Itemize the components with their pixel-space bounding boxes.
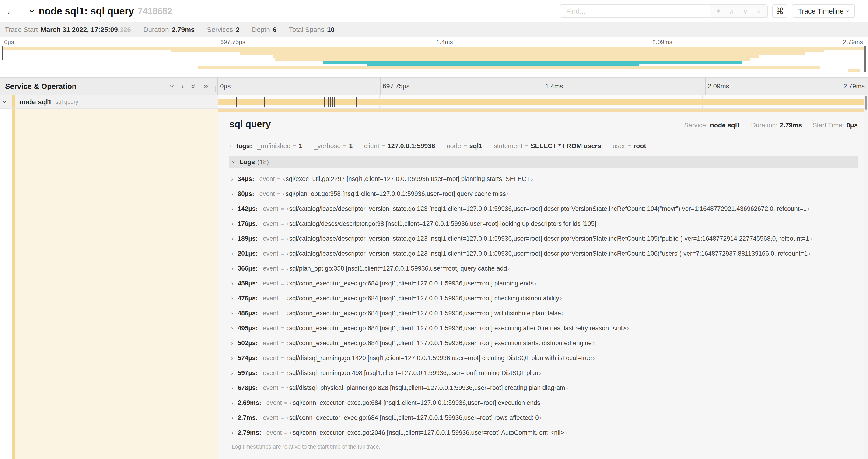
log-marker[interactable] <box>863 97 863 107</box>
log-marker[interactable] <box>226 97 226 107</box>
log-marker[interactable] <box>259 97 259 107</box>
log-entry[interactable]: ›2.7ms:event=‹sql/conn_executor_exec.go:… <box>229 410 858 425</box>
log-marker[interactable] <box>333 97 333 107</box>
log-marker[interactable] <box>324 97 324 107</box>
tag-item[interactable]: client=127.0.0.1:59936 <box>364 142 435 150</box>
log-entry[interactable]: ›495μs:event=‹sql/conn_executor_exec.go:… <box>229 321 858 336</box>
back-button[interactable]: ← <box>0 0 22 22</box>
log-entry[interactable]: ›678μs:event=‹sql/distsql_physical_plann… <box>229 381 858 395</box>
log-marker[interactable] <box>236 97 237 107</box>
log-equals: = <box>281 355 284 362</box>
expand-one-icon[interactable]: › <box>181 82 184 91</box>
collapse-one-icon[interactable]: › <box>168 85 177 88</box>
timeline-tick-label: 697.75μs <box>383 83 410 90</box>
log-expand-chevron-icon[interactable]: › <box>229 206 238 212</box>
scrollbar-thumb[interactable] <box>865 96 867 110</box>
log-timestamp: 459μs: <box>238 280 258 287</box>
locate-icon[interactable]: ⌖ <box>717 7 720 15</box>
log-marker[interactable] <box>262 97 262 107</box>
log-expand-chevron-icon[interactable]: › <box>229 221 238 227</box>
span-row-timeline-cell[interactable] <box>218 95 864 108</box>
log-marker[interactable] <box>351 97 351 107</box>
tags-expand-chevron-icon[interactable]: › <box>229 143 231 149</box>
log-expand-chevron-icon[interactable]: › <box>229 310 238 316</box>
log-field-key: event <box>263 369 278 377</box>
minimap-span-bar <box>273 55 758 58</box>
log-entry[interactable]: ›476μs:event=‹sql/conn_executor_exec.go:… <box>229 291 858 306</box>
vertical-scrollbar[interactable] <box>864 95 868 459</box>
log-entry[interactable]: ›80μs:event=‹sql/plan_opt.go:358 [nsql1,… <box>229 186 858 201</box>
log-entry[interactable]: ›459μs:event=‹sql/conn_executor_exec.go:… <box>229 276 858 291</box>
log-expand-chevron-icon[interactable]: › <box>229 340 238 346</box>
tags-row[interactable]: › Tags: _unfinished=1_verbose=1client=12… <box>229 142 858 150</box>
log-marker[interactable] <box>375 97 375 107</box>
column-resizer-grip[interactable] <box>214 86 216 92</box>
log-expand-chevron-icon[interactable]: › <box>229 415 238 421</box>
find-input[interactable] <box>560 4 710 18</box>
span-row[interactable]: › node sql1 sql query <box>0 95 864 109</box>
span-detail-panel: sql query Service:node sql1Duration:2.79… <box>218 109 864 459</box>
log-expand-chevron-icon[interactable]: › <box>229 370 238 376</box>
log-entry[interactable]: ›189μs:event=‹sql/catalog/lease/descript… <box>229 231 858 246</box>
prev-match-icon[interactable]: ∧ <box>729 7 734 15</box>
trace-summary-item: Duration2.79ms <box>143 26 195 34</box>
log-entry[interactable]: ›34μs:event=‹sql/exec_util.go:2297 [nsql… <box>229 171 858 186</box>
log-marker[interactable] <box>303 97 303 107</box>
log-marker[interactable] <box>356 97 356 107</box>
log-entry[interactable]: ›142μs:event=‹sql/catalog/lease/descript… <box>229 201 858 216</box>
next-match-icon[interactable]: ∨ <box>743 7 748 15</box>
log-entry[interactable]: ›574μs:event=‹sql/distsql_running.go:142… <box>229 351 858 365</box>
log-expand-chevron-icon[interactable]: › <box>229 266 238 271</box>
log-entry[interactable]: ›2.79ms:event=‹sql/conn_executor_exec.go… <box>229 425 858 440</box>
log-entry[interactable]: ›486μs:event=‹sql/conn_executor_exec.go:… <box>229 306 858 321</box>
tag-item[interactable]: _verbose=1 <box>314 142 352 150</box>
log-expand-chevron-icon[interactable]: › <box>229 325 238 331</box>
tag-item[interactable]: _unfinished=1 <box>257 142 302 150</box>
log-marker[interactable] <box>251 97 251 107</box>
tag-item[interactable]: statement=SELECT * FROM users <box>494 142 601 150</box>
log-marker[interactable] <box>265 97 265 107</box>
log-expand-chevron-icon[interactable]: › <box>229 281 238 286</box>
span-row-name-cell[interactable]: › node sql1 sql query <box>0 95 218 108</box>
tag-item[interactable]: user=root <box>613 142 646 150</box>
log-entry[interactable]: ›201μs:event=‹sql/catalog/lease/descript… <box>229 246 858 261</box>
log-expand-chevron-icon[interactable]: › <box>229 296 238 301</box>
log-expand-chevron-icon[interactable]: › <box>229 430 238 436</box>
summary-label: Trace Start <box>5 26 38 34</box>
log-entry[interactable]: ›2.69ms:event=‹sql/conn_executor_exec.go… <box>229 395 858 410</box>
log-entry[interactable]: ›176μs:event=‹sql/catalog/descs/descript… <box>229 216 858 231</box>
log-open-quote: ‹ <box>290 429 292 436</box>
logs-collapse-chevron-icon[interactable]: › <box>231 161 237 163</box>
log-marker[interactable] <box>841 97 841 107</box>
log-marker[interactable] <box>843 97 843 107</box>
log-expand-chevron-icon[interactable]: › <box>229 400 238 406</box>
log-marker[interactable] <box>334 97 335 107</box>
log-expand-chevron-icon[interactable]: › <box>229 355 238 361</box>
view-dropdown-button[interactable]: Trace Timeline › <box>792 4 855 18</box>
logs-header[interactable]: › Logs (18) <box>229 156 858 168</box>
log-expand-chevron-icon[interactable]: › <box>229 176 238 182</box>
span-duration-bar[interactable] <box>218 99 864 105</box>
minimap-left-drag-handle[interactable] <box>2 46 3 60</box>
trace-collapse-chevron-icon[interactable]: › <box>28 9 37 13</box>
log-entry[interactable]: ›502μs:event=‹sql/conn_executor_exec.go:… <box>229 336 858 351</box>
log-expand-chevron-icon[interactable]: › <box>229 236 238 242</box>
collapse-all-icon[interactable]: » <box>189 84 198 89</box>
span-collapse-chevron-icon[interactable]: › <box>2 101 8 103</box>
minimap-right-drag-handle[interactable] <box>865 46 866 72</box>
clear-search-icon[interactable]: × <box>756 7 761 15</box>
timeline-minimap[interactable] <box>2 46 866 72</box>
log-expand-chevron-icon[interactable]: › <box>229 191 238 197</box>
keyboard-shortcuts-button[interactable]: ⌘ <box>772 4 787 18</box>
log-marker[interactable] <box>331 97 331 107</box>
trace-summary-item: Total Spans10 <box>289 26 335 34</box>
expand-all-icon[interactable]: » <box>204 82 208 91</box>
log-expand-chevron-icon[interactable]: › <box>229 385 238 391</box>
log-entry[interactable]: ›366μs:event=‹sql/plan_opt.go:358 [nsql1… <box>229 261 858 276</box>
meta-label: Start Time: <box>812 122 844 129</box>
meta-value: node sql1 <box>710 122 741 129</box>
log-entry[interactable]: ›597μs:event=‹sql/distsql_running.go:498… <box>229 365 858 381</box>
log-expand-chevron-icon[interactable]: › <box>229 251 238 257</box>
tag-item[interactable]: node=sql1 <box>446 142 483 150</box>
log-marker[interactable] <box>328 97 329 107</box>
